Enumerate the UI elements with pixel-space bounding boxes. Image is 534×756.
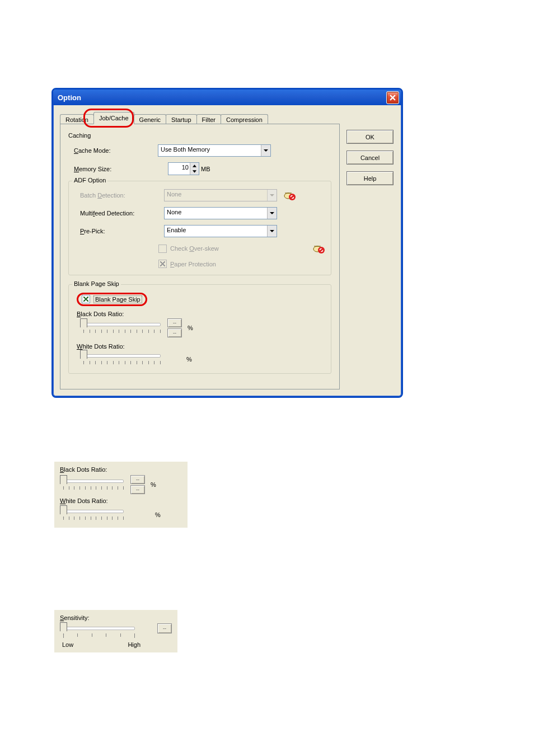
black-dots-ratio-slider[interactable] xyxy=(60,476,127,493)
close-button[interactable] xyxy=(386,91,399,104)
dropdown-arrow-icon[interactable] xyxy=(267,208,277,219)
white-dots-ratio-slider[interactable] xyxy=(60,506,127,523)
tab-panel-job-cache: Caching Cache Mode: Use Both Memory Memo… xyxy=(60,124,340,389)
black-dots-ratio-label: Black Dots Ratio: xyxy=(77,311,325,317)
multifeed-detection-value: None xyxy=(165,208,267,219)
adf-option-group: ADF Option Batch Detection: None xyxy=(68,181,331,275)
black-ratio-step-up[interactable]: -- xyxy=(130,475,145,484)
percent-label: % xyxy=(186,356,192,363)
batch-detection-value: None xyxy=(165,190,267,201)
spin-up-icon[interactable] xyxy=(190,163,199,169)
snippet-dots-ratio: Black Dots Ratio: -- -- % White Dots Rat… xyxy=(54,462,188,528)
memory-size-value[interactable]: 10 xyxy=(168,163,190,175)
sensitivity-slider[interactable] xyxy=(60,623,138,640)
cache-mode-value: Use Both Memory xyxy=(158,145,261,156)
black-dots-ratio-slider[interactable] xyxy=(80,320,164,336)
titlebar[interactable]: Option xyxy=(53,90,401,105)
black-dots-ratio-label: Black Dots Ratio: xyxy=(60,466,182,473)
dropdown-arrow-icon xyxy=(267,190,277,201)
memory-size-label: Memory Size: xyxy=(68,166,158,172)
tab-strip: Rotation Job/Cache Generic Startup Filte… xyxy=(60,112,395,124)
window-title: Option xyxy=(58,93,81,102)
close-icon xyxy=(390,95,396,101)
black-ratio-step-up[interactable]: -- xyxy=(167,318,182,327)
cache-mode-label: Cache Mode: xyxy=(68,147,158,154)
sensitivity-value-box: -- xyxy=(157,623,172,633)
prepick-label: Pre-Pick: xyxy=(74,228,164,234)
blank-page-skip-checkbox[interactable]: Blank Page Skip xyxy=(82,295,142,303)
blank-page-skip-group: Blank Page Skip Blank Page Skip Black Do… xyxy=(68,284,331,374)
blank-page-skip-legend: Blank Page Skip xyxy=(72,280,121,287)
white-dots-ratio-label: White Dots Ratio: xyxy=(60,497,182,504)
caching-legend: Caching xyxy=(68,132,91,139)
sensitivity-low-label: Low xyxy=(62,641,73,648)
white-dots-ratio-label: White Dots Ratio: xyxy=(77,343,325,350)
percent-label: % xyxy=(188,325,193,331)
help-button[interactable]: Help xyxy=(346,171,394,185)
tab-job-cache[interactable]: Job/Cache xyxy=(93,112,134,124)
batch-detection-label: Batch Detection: xyxy=(74,192,164,199)
ok-button[interactable]: OK xyxy=(346,130,394,144)
prepick-value: Enable xyxy=(165,226,267,237)
batch-detection-combo: None xyxy=(164,189,277,201)
memory-size-suffix: MB xyxy=(201,166,210,172)
black-ratio-step-down[interactable]: -- xyxy=(167,328,182,337)
sensitivity-high-label: High xyxy=(128,641,140,648)
snippet-sensitivity: Sensitivity: Low High -- xyxy=(54,610,177,652)
sensitivity-label: Sensitivity: xyxy=(60,614,90,621)
percent-label: % xyxy=(155,511,161,518)
prohibit-icon xyxy=(283,190,296,201)
prepick-combo[interactable]: Enable xyxy=(164,225,277,237)
dropdown-arrow-icon[interactable] xyxy=(267,226,277,237)
memory-size-spin[interactable]: 10 xyxy=(168,162,199,175)
multifeed-detection-label: Multifeed Detection: xyxy=(74,210,164,217)
highlight-blank-page-skip: Blank Page Skip xyxy=(77,293,147,306)
black-ratio-step-down[interactable]: -- xyxy=(130,485,145,494)
percent-label: % xyxy=(151,481,156,488)
adf-option-legend: ADF Option xyxy=(72,177,107,184)
paper-protection-checkbox: Paper Protection xyxy=(158,260,216,268)
spin-down-icon[interactable] xyxy=(190,169,199,175)
blank-page-skip-checkbox-label: Blank Page Skip xyxy=(93,295,142,303)
multifeed-detection-combo[interactable]: None xyxy=(164,207,277,219)
cache-mode-combo[interactable]: Use Both Memory xyxy=(158,144,271,157)
option-dialog: Option Rotation Job/Cache Generic Startu… xyxy=(51,88,403,398)
white-dots-ratio-slider[interactable] xyxy=(80,351,164,368)
cancel-button[interactable]: Cancel xyxy=(346,151,394,165)
prohibit-icon xyxy=(312,243,325,254)
check-overskew-checkbox: Check Over-skew xyxy=(158,245,219,253)
dropdown-arrow-icon[interactable] xyxy=(261,145,270,156)
